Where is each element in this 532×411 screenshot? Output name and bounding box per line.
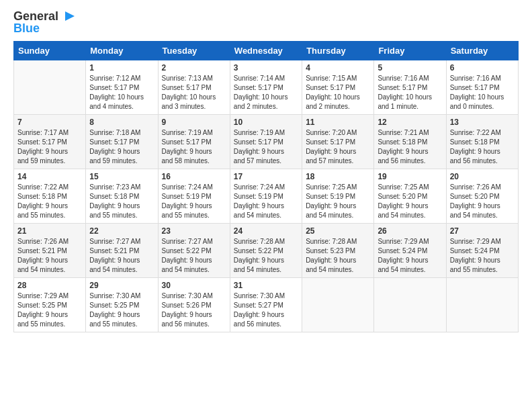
calendar-day: 10Sunrise: 7:19 AM Sunset: 5:17 PM Dayli… [230,115,302,169]
day-number: 9 [162,118,226,127]
calendar-day: 11Sunrise: 7:20 AM Sunset: 5:17 PM Dayli… [302,115,374,169]
day-number: 23 [162,226,226,236]
day-info: Sunrise: 7:25 AM Sunset: 5:20 PM Dayligh… [378,183,442,220]
day-number: 26 [378,226,442,236]
day-number: 27 [450,226,515,236]
day-info: Sunrise: 7:27 AM Sunset: 5:22 PM Dayligh… [162,237,226,275]
calendar-header-saturday: Saturday [446,42,518,60]
day-info: Sunrise: 7:27 AM Sunset: 5:21 PM Dayligh… [89,237,154,275]
calendar-day: 2Sunrise: 7:13 AM Sunset: 5:17 PM Daylig… [158,60,230,115]
day-info: Sunrise: 7:24 AM Sunset: 5:19 PM Dayligh… [162,183,226,220]
calendar-header-row: SundayMondayTuesdayWednesdayThursdayFrid… [14,42,519,60]
day-info: Sunrise: 7:14 AM Sunset: 5:17 PM Dayligh… [234,74,298,111]
day-info: Sunrise: 7:30 AM Sunset: 5:26 PM Dayligh… [162,291,226,329]
calendar-day: 1Sunrise: 7:12 AM Sunset: 5:17 PM Daylig… [86,60,158,115]
calendar-header-wednesday: Wednesday [230,42,302,60]
calendar-day: 7Sunrise: 7:17 AM Sunset: 5:17 PM Daylig… [14,115,86,169]
day-number: 2 [162,63,226,73]
calendar-week-1: 1Sunrise: 7:12 AM Sunset: 5:17 PM Daylig… [14,60,519,115]
calendar-day: 31Sunrise: 7:30 AM Sunset: 5:27 PM Dayli… [230,278,302,332]
day-info: Sunrise: 7:28 AM Sunset: 5:23 PM Dayligh… [306,237,370,275]
calendar-day: 18Sunrise: 7:25 AM Sunset: 5:19 PM Dayli… [302,169,374,224]
calendar-day: 5Sunrise: 7:16 AM Sunset: 5:17 PM Daylig… [374,60,446,115]
calendar-day: 24Sunrise: 7:28 AM Sunset: 5:22 PM Dayli… [230,224,302,278]
calendar-header-thursday: Thursday [302,42,374,60]
day-number: 13 [450,118,515,127]
day-number: 14 [17,172,82,181]
calendar-day [14,60,86,115]
day-info: Sunrise: 7:16 AM Sunset: 5:17 PM Dayligh… [450,74,515,111]
day-info: Sunrise: 7:16 AM Sunset: 5:17 PM Dayligh… [378,74,442,111]
logo-general: General [13,9,58,23]
day-number: 7 [17,118,82,127]
calendar-day: 30Sunrise: 7:30 AM Sunset: 5:26 PM Dayli… [158,278,230,332]
calendar-day: 29Sunrise: 7:30 AM Sunset: 5:25 PM Dayli… [86,278,158,332]
day-number: 1 [89,63,154,73]
day-number: 17 [234,172,298,181]
day-number: 20 [450,172,515,181]
day-info: Sunrise: 7:13 AM Sunset: 5:17 PM Dayligh… [162,74,226,111]
day-number: 19 [378,172,442,181]
day-info: Sunrise: 7:25 AM Sunset: 5:19 PM Dayligh… [306,183,370,220]
day-number: 24 [234,226,298,236]
logo-arrow-icon [60,10,75,22]
calendar-day: 27Sunrise: 7:29 AM Sunset: 5:24 PM Dayli… [446,224,518,278]
calendar-day: 23Sunrise: 7:27 AM Sunset: 5:22 PM Dayli… [158,224,230,278]
day-info: Sunrise: 7:22 AM Sunset: 5:18 PM Dayligh… [450,128,515,166]
calendar-day: 15Sunrise: 7:23 AM Sunset: 5:18 PM Dayli… [86,169,158,224]
day-info: Sunrise: 7:19 AM Sunset: 5:17 PM Dayligh… [162,128,226,166]
day-number: 22 [89,226,154,236]
day-info: Sunrise: 7:26 AM Sunset: 5:20 PM Dayligh… [450,183,515,220]
day-info: Sunrise: 7:29 AM Sunset: 5:24 PM Dayligh… [378,237,442,275]
day-info: Sunrise: 7:20 AM Sunset: 5:17 PM Dayligh… [306,128,370,166]
calendar-day: 6Sunrise: 7:16 AM Sunset: 5:17 PM Daylig… [446,60,518,115]
calendar-day: 8Sunrise: 7:18 AM Sunset: 5:17 PM Daylig… [86,115,158,169]
calendar-week-3: 14Sunrise: 7:22 AM Sunset: 5:18 PM Dayli… [14,169,519,224]
day-number: 21 [17,226,82,236]
day-number: 29 [89,281,154,290]
day-number: 6 [450,63,515,73]
calendar-day: 20Sunrise: 7:26 AM Sunset: 5:20 PM Dayli… [446,169,518,224]
logo: General Blue [13,10,75,34]
calendar-day [302,278,374,332]
day-number: 18 [306,172,370,181]
day-info: Sunrise: 7:22 AM Sunset: 5:18 PM Dayligh… [17,183,82,220]
day-info: Sunrise: 7:19 AM Sunset: 5:17 PM Dayligh… [234,128,298,166]
day-info: Sunrise: 7:29 AM Sunset: 5:24 PM Dayligh… [450,237,515,275]
calendar-header-monday: Monday [86,42,158,60]
calendar-week-5: 28Sunrise: 7:29 AM Sunset: 5:25 PM Dayli… [14,278,519,332]
day-info: Sunrise: 7:23 AM Sunset: 5:18 PM Dayligh… [89,183,154,220]
svg-marker-0 [65,11,75,21]
day-info: Sunrise: 7:30 AM Sunset: 5:25 PM Dayligh… [89,291,154,329]
day-number: 11 [306,118,370,127]
calendar-day: 4Sunrise: 7:15 AM Sunset: 5:17 PM Daylig… [302,60,374,115]
day-number: 16 [162,172,226,181]
day-info: Sunrise: 7:15 AM Sunset: 5:17 PM Dayligh… [306,74,370,111]
day-number: 15 [89,172,154,181]
day-info: Sunrise: 7:29 AM Sunset: 5:25 PM Dayligh… [17,291,82,329]
calendar-day: 17Sunrise: 7:24 AM Sunset: 5:19 PM Dayli… [230,169,302,224]
day-number: 8 [89,118,154,127]
day-info: Sunrise: 7:26 AM Sunset: 5:21 PM Dayligh… [17,237,82,275]
day-number: 3 [234,63,298,73]
calendar-header-sunday: Sunday [14,42,86,60]
calendar-week-4: 21Sunrise: 7:26 AM Sunset: 5:21 PM Dayli… [14,224,519,278]
day-info: Sunrise: 7:12 AM Sunset: 5:17 PM Dayligh… [89,74,154,111]
calendar-day: 3Sunrise: 7:14 AM Sunset: 5:17 PM Daylig… [230,60,302,115]
day-info: Sunrise: 7:17 AM Sunset: 5:17 PM Dayligh… [17,128,82,166]
day-info: Sunrise: 7:24 AM Sunset: 5:19 PM Dayligh… [234,183,298,220]
calendar-day: 21Sunrise: 7:26 AM Sunset: 5:21 PM Dayli… [14,224,86,278]
calendar-day: 9Sunrise: 7:19 AM Sunset: 5:17 PM Daylig… [158,115,230,169]
day-number: 12 [378,118,442,127]
calendar-header-friday: Friday [374,42,446,60]
day-info: Sunrise: 7:21 AM Sunset: 5:18 PM Dayligh… [378,128,442,166]
calendar-day [446,278,518,332]
day-info: Sunrise: 7:18 AM Sunset: 5:17 PM Dayligh… [89,128,154,166]
day-info: Sunrise: 7:28 AM Sunset: 5:22 PM Dayligh… [234,237,298,275]
calendar-day: 22Sunrise: 7:27 AM Sunset: 5:21 PM Dayli… [86,224,158,278]
calendar-day: 13Sunrise: 7:22 AM Sunset: 5:18 PM Dayli… [446,115,518,169]
calendar-day: 19Sunrise: 7:25 AM Sunset: 5:20 PM Dayli… [374,169,446,224]
day-number: 4 [306,63,370,73]
calendar-day [374,278,446,332]
calendar-day: 25Sunrise: 7:28 AM Sunset: 5:23 PM Dayli… [302,224,374,278]
